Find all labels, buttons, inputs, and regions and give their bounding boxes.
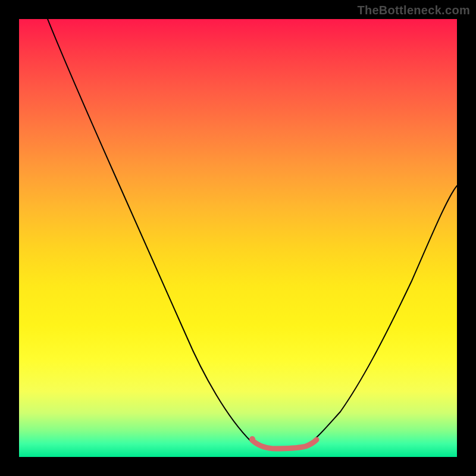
valley-highlight <box>252 440 317 449</box>
bottleneck-curve <box>48 19 457 449</box>
plot-area <box>19 19 457 457</box>
chart-container: TheBottleneck.com <box>0 0 476 476</box>
valley-start-dot <box>249 436 255 442</box>
watermark-text: TheBottleneck.com <box>357 4 470 17</box>
curve-svg <box>19 19 457 457</box>
